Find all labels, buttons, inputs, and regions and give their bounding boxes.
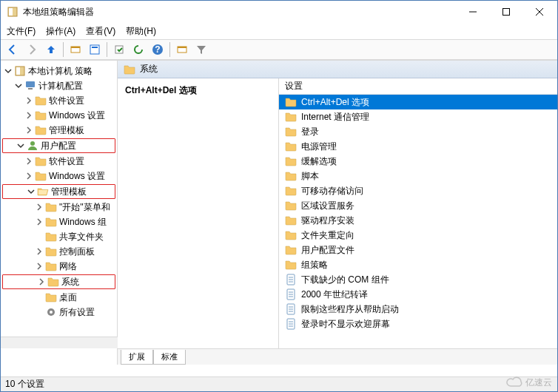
toolbar-separator [169, 42, 170, 57]
folder-icon [124, 64, 135, 75]
expander-icon[interactable] [24, 172, 33, 180]
list-item-label: 组策略 [301, 259, 328, 271]
expander-icon[interactable] [35, 217, 44, 226]
list-item[interactable]: 脚本 [279, 169, 557, 183]
tree-admin-templates[interactable]: 管理模板 [2, 184, 115, 199]
tree-label: 管理模板 [49, 124, 84, 137]
list-item[interactable]: 电源管理 [279, 139, 557, 154]
tab-extended[interactable]: 扩展 [121, 350, 153, 365]
filter-options-button[interactable] [173, 41, 191, 58]
up-button[interactable] [42, 41, 60, 58]
tree-item[interactable]: 网络 [1, 259, 117, 274]
menu-action[interactable]: 操作(A) [46, 25, 75, 38]
refresh-button[interactable] [130, 41, 147, 58]
window-title: 本地组策略编辑器 [23, 6, 456, 18]
expander-icon[interactable] [4, 67, 13, 75]
tree-user-config[interactable]: 用户配置 [2, 138, 115, 153]
tree-item[interactable]: 管理模板 [1, 123, 117, 138]
tree-system[interactable]: 系统 [2, 274, 115, 289]
maximize-button[interactable] [489, 1, 522, 22]
tree-label: 软件设置 [49, 95, 84, 107]
list-item[interactable]: 可移动存储访问 [279, 183, 557, 198]
tree-item[interactable]: 软件设置 [1, 154, 117, 169]
tree-label: "开始"菜单和 [59, 201, 110, 214]
list-item[interactable]: 驱动程序安装 [279, 213, 557, 228]
menu-file[interactable]: 文件(F) [7, 25, 36, 38]
list-item[interactable]: 区域设置服务 [279, 198, 557, 213]
tree-label: 软件设置 [49, 155, 84, 168]
tab-standard[interactable]: 标准 [153, 350, 186, 365]
properties-button[interactable] [86, 41, 104, 58]
tree-item[interactable]: "开始"菜单和 [1, 200, 117, 214]
expander-icon[interactable] [16, 141, 25, 150]
expander-icon[interactable] [24, 111, 33, 120]
menu-view[interactable]: 查看(V) [86, 25, 115, 38]
expander-icon[interactable] [24, 126, 33, 135]
show-hide-tree-button[interactable] [67, 41, 84, 58]
details-title: Ctrl+Alt+Del 选项 [125, 84, 271, 97]
list-item[interactable]: 限制这些程序从帮助启动 [279, 302, 557, 317]
items-list[interactable]: Ctrl+Alt+Del 选项Internet 通信管理登录电源管理缓解选项脚本… [279, 95, 557, 348]
expander-icon[interactable] [14, 81, 23, 90]
export-button[interactable] [110, 41, 128, 58]
tree-item[interactable]: 软件设置 [1, 93, 117, 108]
tree-label: 本地计算机 策略 [28, 65, 93, 78]
back-button[interactable] [4, 41, 21, 58]
content-header: 系统 [118, 61, 557, 78]
content-columns: Ctrl+Alt+Del 选项 设置 Ctrl+Alt+Del 选项Intern… [118, 78, 557, 348]
list-item[interactable]: 下载缺少的 COM 组件 [279, 272, 557, 287]
main-panel: 本地计算机 策略 计算机配置 软件设置 Windows 设置 管理模板 用户配置… [1, 60, 557, 365]
folder-icon [47, 276, 59, 288]
tree-scrollbar-horizontal[interactable] [1, 337, 118, 348]
list-item[interactable]: 2000 年世纪转译 [279, 287, 557, 302]
tree-computer-config[interactable]: 计算机配置 [1, 78, 117, 93]
tree-label: 系统 [61, 276, 79, 288]
list-item[interactable]: Ctrl+Alt+Del 选项 [279, 95, 557, 109]
list-item[interactable]: 缓解选项 [279, 154, 557, 169]
folder-open-icon [37, 186, 49, 197]
tree-item[interactable]: 共享文件夹 [1, 229, 117, 244]
expander-icon[interactable] [24, 157, 33, 166]
list-item[interactable]: 用户配置文件 [279, 243, 557, 257]
column-header-setting[interactable]: 设置 [279, 78, 557, 95]
list-item-label: Internet 通信管理 [301, 111, 369, 124]
help-button[interactable] [149, 41, 167, 58]
expander-spacer [35, 308, 44, 317]
list-item-label: 限制这些程序从帮助启动 [301, 303, 399, 316]
filter-button[interactable] [192, 41, 210, 58]
tree-item[interactable]: Windows 设置 [1, 108, 117, 123]
folder-icon [285, 200, 297, 212]
expander-icon[interactable] [24, 96, 33, 105]
tree-item[interactable]: 桌面 [1, 290, 117, 305]
menubar: 文件(F) 操作(A) 查看(V) 帮助(H) [1, 23, 557, 39]
tree-root[interactable]: 本地计算机 策略 [1, 64, 117, 78]
content-header-title: 系统 [140, 63, 158, 75]
folder-icon [285, 126, 297, 138]
folder-icon [45, 216, 57, 228]
folder-icon [35, 155, 47, 167]
content-panel: 系统 Ctrl+Alt+Del 选项 设置 Ctrl+Alt+Del 选项Int… [118, 61, 557, 365]
tree-panel[interactable]: 本地计算机 策略 计算机配置 软件设置 Windows 设置 管理模板 用户配置… [1, 61, 118, 365]
tree-item[interactable]: Windows 设置 [1, 169, 117, 183]
expander-spacer [35, 232, 44, 241]
menu-help[interactable]: 帮助(H) [126, 25, 156, 38]
tree-item[interactable]: 所有设置 [1, 305, 117, 320]
expander-icon[interactable] [37, 277, 46, 286]
tree-label: Windows 设置 [49, 170, 105, 183]
list-item[interactable]: 文件夹重定向 [279, 228, 557, 243]
expander-icon[interactable] [35, 247, 44, 256]
tree-item[interactable]: Windows 组 [1, 214, 117, 229]
list-item[interactable]: 组策略 [279, 257, 557, 272]
list-item-label: 区域设置服务 [301, 200, 354, 212]
expander-icon[interactable] [35, 262, 44, 271]
list-item[interactable]: 登录时不显示欢迎屏幕 [279, 317, 557, 331]
list-item[interactable]: Internet 通信管理 [279, 109, 557, 124]
close-button[interactable] [522, 1, 556, 22]
folder-icon [285, 244, 297, 256]
list-item[interactable]: 登录 [279, 124, 557, 139]
expander-icon[interactable] [27, 187, 36, 196]
expander-icon[interactable] [35, 203, 44, 212]
tree-item[interactable]: 控制面板 [1, 244, 117, 259]
folder-icon [35, 109, 47, 121]
minimize-button[interactable] [456, 1, 489, 22]
